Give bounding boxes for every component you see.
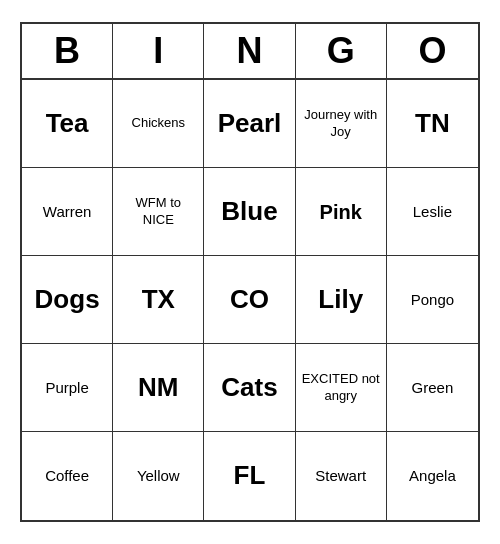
cell-text-r2-c3: Lily bbox=[318, 283, 363, 317]
cell-r4-c4: Angela bbox=[387, 432, 478, 520]
cell-r4-c0: Coffee bbox=[22, 432, 113, 520]
cell-r2-c2: CO bbox=[204, 256, 295, 344]
cell-text-r3-c2: Cats bbox=[221, 371, 277, 405]
cell-r4-c1: Yellow bbox=[113, 432, 204, 520]
header-letter-O: O bbox=[387, 24, 478, 78]
cell-r0-c0: Tea bbox=[22, 80, 113, 168]
header-letter-G: G bbox=[296, 24, 387, 78]
cell-text-r4-c4: Angela bbox=[409, 466, 456, 486]
cell-text-r1-c1: WFM to NICE bbox=[119, 195, 197, 229]
cell-r1-c0: Warren bbox=[22, 168, 113, 256]
header-letter-I: I bbox=[113, 24, 204, 78]
cell-text-r2-c1: TX bbox=[142, 283, 175, 317]
bingo-header: BINGO bbox=[22, 24, 478, 80]
cell-r2-c0: Dogs bbox=[22, 256, 113, 344]
cell-r0-c2: Pearl bbox=[204, 80, 295, 168]
cell-text-r2-c0: Dogs bbox=[35, 283, 100, 317]
cell-text-r4-c3: Stewart bbox=[315, 466, 366, 486]
cell-r0-c3: Journey with Joy bbox=[296, 80, 387, 168]
cell-r4-c2: FL bbox=[204, 432, 295, 520]
bingo-card: BINGO TeaChickensPearlJourney with JoyTN… bbox=[20, 22, 480, 522]
cell-text-r1-c4: Leslie bbox=[413, 202, 452, 222]
cell-text-r0-c3: Journey with Joy bbox=[302, 107, 380, 141]
cell-r3-c4: Green bbox=[387, 344, 478, 432]
cell-text-r4-c0: Coffee bbox=[45, 466, 89, 486]
cell-text-r2-c2: CO bbox=[230, 283, 269, 317]
cell-r0-c1: Chickens bbox=[113, 80, 204, 168]
cell-text-r3-c1: NM bbox=[138, 371, 178, 405]
cell-text-r1-c2: Blue bbox=[221, 195, 277, 229]
cell-text-r2-c4: Pongo bbox=[411, 290, 454, 310]
cell-text-r3-c3: EXCITED not angry bbox=[302, 371, 380, 405]
cell-text-r4-c2: FL bbox=[234, 459, 266, 493]
cell-text-r4-c1: Yellow bbox=[137, 466, 180, 486]
cell-r3-c2: Cats bbox=[204, 344, 295, 432]
cell-r2-c4: Pongo bbox=[387, 256, 478, 344]
cell-text-r1-c3: Pink bbox=[320, 199, 362, 225]
cell-text-r0-c1: Chickens bbox=[132, 115, 185, 132]
bingo-grid: TeaChickensPearlJourney with JoyTNWarren… bbox=[22, 80, 478, 520]
cell-text-r0-c0: Tea bbox=[46, 107, 89, 141]
cell-r0-c4: TN bbox=[387, 80, 478, 168]
cell-r3-c0: Purple bbox=[22, 344, 113, 432]
cell-r1-c1: WFM to NICE bbox=[113, 168, 204, 256]
cell-r3-c1: NM bbox=[113, 344, 204, 432]
cell-text-r0-c4: TN bbox=[415, 107, 450, 141]
cell-text-r3-c4: Green bbox=[412, 378, 454, 398]
cell-r2-c1: TX bbox=[113, 256, 204, 344]
cell-r2-c3: Lily bbox=[296, 256, 387, 344]
header-letter-B: B bbox=[22, 24, 113, 78]
cell-text-r0-c2: Pearl bbox=[218, 107, 282, 141]
cell-r1-c4: Leslie bbox=[387, 168, 478, 256]
cell-r1-c2: Blue bbox=[204, 168, 295, 256]
cell-r4-c3: Stewart bbox=[296, 432, 387, 520]
cell-text-r3-c0: Purple bbox=[45, 378, 88, 398]
cell-r1-c3: Pink bbox=[296, 168, 387, 256]
cell-r3-c3: EXCITED not angry bbox=[296, 344, 387, 432]
header-letter-N: N bbox=[204, 24, 295, 78]
cell-text-r1-c0: Warren bbox=[43, 202, 92, 222]
